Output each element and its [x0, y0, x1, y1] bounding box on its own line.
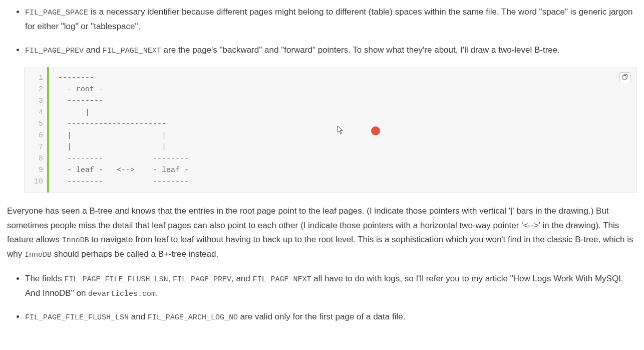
paragraph-text: should perhaps be called a B+-tree inste…: [52, 249, 218, 259]
code-token: InnoDB: [62, 236, 89, 245]
line-number: 1: [25, 72, 43, 84]
bullet-item: FIL_PAGE_FILE_FLUSH_LSN and FIL_PAGE_ARC…: [25, 310, 637, 324]
bullet-text: and: [129, 312, 148, 321]
line-number: 4: [25, 107, 43, 118]
code-token: FIL_PAGE_SPACE: [25, 9, 88, 17]
paragraph: Everyone has seen a B-tree and knows tha…: [7, 204, 637, 262]
bullet-item: FIL_PAGE_SPACE is a necessary identifier…: [25, 5, 637, 34]
code-token: FIL_PAGE_ARCH_LOG_NO: [148, 313, 238, 322]
line-number-gutter: 1 2 3 4 5 6 7 8 9 10: [25, 72, 47, 188]
bullet-text: .: [156, 288, 158, 298]
code-token: FIL_PAGE_PREV: [173, 275, 231, 284]
line-number: 10: [25, 176, 43, 188]
bullet-text: are valid only for the first page of a d…: [238, 312, 406, 321]
line-number: 6: [25, 130, 43, 141]
bullet-text: The fields: [25, 274, 64, 283]
code-token: FIL_PAGE_NEXT: [253, 275, 311, 284]
bullet-item: FIL_PAGE_PREV and FIL_PAGE_NEXT are the …: [25, 43, 637, 58]
code-token: InnoDB: [25, 251, 52, 259]
recording-dot: [371, 126, 380, 135]
line-number: 5: [25, 118, 43, 130]
code-token: FIL_PAGE_FILE_FLUSH_LSN: [25, 313, 129, 322]
line-number: 9: [25, 164, 43, 176]
top-bullet-list: FIL_PAGE_SPACE is a necessary identifier…: [7, 5, 637, 58]
line-number: 3: [25, 95, 43, 107]
line-number: 2: [25, 84, 43, 95]
bullet-text: are the page's "backward" and "forward" …: [161, 45, 560, 55]
code-block: 1 2 3 4 5 6 7 8 9 10 -------- - root - -…: [24, 67, 637, 193]
bottom-bullet-list: The fields FIL_PAGE_FILE_FLUSH_LSN, FIL_…: [7, 272, 637, 324]
bullet-text: , and: [231, 274, 253, 283]
code-token: devarticles.com: [88, 290, 156, 298]
bullet-item: The fields FIL_PAGE_FILE_FLUSH_LSN, FIL_…: [25, 272, 637, 301]
code-token: FIL_PAGE_FILE_FLUSH_LSN: [64, 275, 168, 284]
code-content: -------- - root - -------- | -----------…: [47, 72, 189, 188]
code-token: FIL_PAGE_NEXT: [103, 47, 161, 55]
bullet-text: and: [84, 45, 103, 55]
bullet-text: ,: [168, 274, 172, 283]
document-body: FIL_PAGE_SPACE is a necessary identifier…: [0, 0, 644, 348]
code-token: FIL_PAGE_PREV: [25, 47, 84, 55]
line-number: 7: [25, 141, 43, 153]
line-number: 8: [25, 153, 43, 164]
bullet-text: is a necessary identifier because differ…: [25, 7, 632, 31]
